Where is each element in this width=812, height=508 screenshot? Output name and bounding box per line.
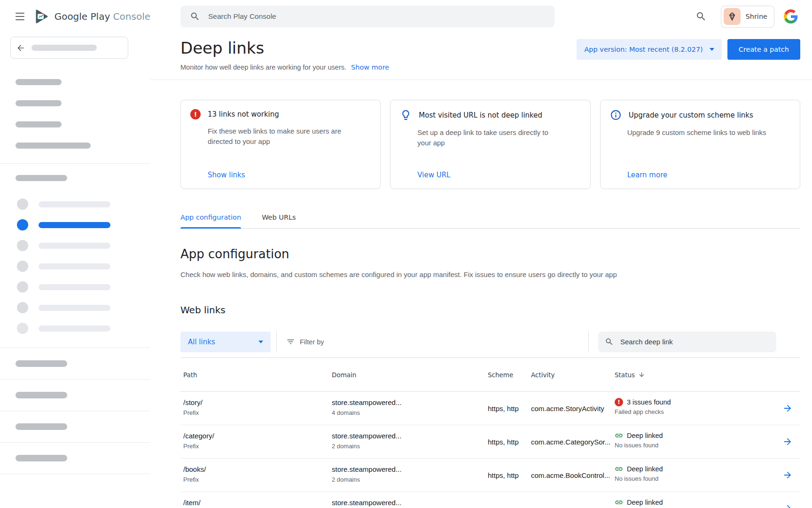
path-value: /category/ — [183, 431, 332, 441]
topbar-left: Google Play Console — [0, 8, 150, 25]
sidebar-nav-item[interactable] — [16, 121, 62, 127]
learn-more-link[interactable]: Learn more — [627, 171, 790, 179]
card-title: Upgrade your custom scheme links — [629, 111, 753, 119]
sidebar-nav-item[interactable] — [16, 100, 62, 106]
app-switcher-chip[interactable]: Shrine — [721, 6, 775, 28]
show-more-link[interactable]: Show more — [351, 64, 389, 71]
column-header-activity[interactable]: Activity — [531, 371, 615, 379]
domain-value: store.steampowered... — [332, 398, 488, 407]
scheme-value: https, http — [488, 471, 531, 479]
row-forward-arrow[interactable] — [782, 503, 800, 508]
topbar: Google Play Console Shrine — [0, 0, 812, 33]
status-value: Deep linked — [627, 432, 663, 439]
sidebar-nav-item[interactable] — [17, 240, 150, 251]
deep-link-search[interactable] — [598, 332, 776, 352]
row-forward-arrow[interactable] — [782, 470, 800, 480]
card-body: Fix these web links to make sure users a… — [208, 126, 353, 147]
info-icon — [610, 109, 622, 121]
back-button[interactable] — [10, 37, 128, 59]
section-title: App configuration — [180, 247, 800, 261]
sidebar-nav-item[interactable] — [17, 281, 150, 293]
table-row[interactable]: /item/ store.steampowered... Deep linked — [180, 492, 800, 508]
google-account-icon[interactable] — [783, 8, 799, 24]
scheme-value: https, http — [488, 438, 531, 446]
sidebar — [0, 33, 150, 508]
create-patch-button[interactable]: Create a patch — [727, 39, 800, 60]
column-header-path[interactable]: Path — [183, 371, 332, 379]
table-row[interactable]: /category/Prefix store.steampowered...2 … — [180, 425, 800, 459]
sidebar-nav-item[interactable] — [17, 261, 150, 272]
play-console-logo-text: Google Play Console — [55, 11, 150, 22]
error-icon — [615, 398, 623, 406]
search-icon — [605, 337, 614, 346]
app-thumbnail — [724, 8, 741, 25]
app-chip-label: Shrine — [746, 13, 768, 20]
deep-link-search-input[interactable] — [619, 337, 770, 346]
status-value: 3 issues found — [627, 398, 671, 406]
sidebar-section-item[interactable] — [0, 443, 150, 474]
sidebar-nav-item[interactable] — [17, 323, 150, 334]
tab-app-configuration[interactable]: App configuration — [180, 207, 241, 228]
column-header-scheme[interactable]: Scheme — [488, 371, 531, 379]
sidebar-section-label — [16, 175, 67, 181]
domain-value: store.steampowered... — [332, 498, 488, 508]
table-row[interactable]: /story/Prefix store.steampowered...4 dom… — [180, 392, 800, 425]
card-links-not-working: 13 links not working Fix these web links… — [180, 100, 381, 189]
card-body: Set up a deep link to take users directl… — [417, 127, 563, 148]
status-value: Deep linked — [627, 499, 663, 506]
path-value: /item/ — [183, 498, 332, 508]
tab-web-urls[interactable]: Web URLs — [262, 207, 296, 228]
web-links-title: Web links — [180, 304, 800, 316]
sort-down-icon — [638, 371, 645, 378]
tab-bar: App configuration Web URLs — [180, 207, 800, 229]
domain-count: 2 domains — [332, 476, 488, 484]
column-header-status[interactable]: Status — [615, 371, 782, 379]
play-console-logo-icon — [33, 8, 50, 25]
filter-icon — [286, 337, 295, 346]
toolbar-divider — [276, 332, 277, 352]
sidebar-nav-item[interactable] — [17, 198, 150, 210]
sidebar-section-item[interactable] — [0, 380, 150, 411]
search-icon — [190, 11, 200, 22]
row-forward-arrow[interactable] — [782, 403, 800, 413]
secondary-search-icon[interactable] — [695, 11, 707, 22]
status-detail: No issues found — [615, 441, 782, 450]
global-search-input[interactable] — [207, 12, 547, 21]
links-filter-select[interactable]: All links — [180, 332, 271, 352]
gem-icon — [727, 11, 737, 22]
sidebar-nav-item[interactable] — [17, 302, 150, 313]
error-icon — [190, 109, 201, 119]
sidebar-divider — [0, 163, 150, 164]
card-most-visited-url: Most visited URL is not deep linked Set … — [390, 100, 590, 189]
page-subtitle: Monitor how well deep links are working … — [180, 64, 389, 71]
table-row[interactable]: /books/Prefix store.steampowered...2 dom… — [180, 459, 800, 492]
table-header: Path Domain Scheme Activity Status — [180, 358, 800, 392]
link-icon — [615, 465, 623, 473]
domain-count: 2 domains — [332, 442, 488, 451]
column-header-domain[interactable]: Domain — [332, 371, 488, 379]
filter-by-control[interactable]: Filter by — [286, 337, 324, 346]
app-version-dropdown[interactable]: App version: Most recent (8.2.027) — [577, 39, 721, 60]
main-content: Deep links Monitor how well deep links a… — [150, 33, 812, 508]
show-links-link[interactable]: Show links — [208, 171, 371, 179]
path-value: /story/ — [183, 398, 332, 407]
sidebar-nav-item[interactable] — [16, 143, 91, 149]
chevron-down-icon — [258, 341, 263, 343]
domain-value: store.steampowered... — [332, 465, 488, 474]
sidebar-nav-item-active[interactable] — [17, 219, 150, 230]
play-console-logo[interactable]: Google Play Console — [33, 8, 150, 25]
path-type: Prefix — [183, 442, 332, 451]
table-toolbar: All links Filter by — [180, 326, 800, 358]
sidebar-nav-item[interactable] — [16, 79, 62, 85]
activity-value: com.acme.BookControl... — [531, 471, 615, 479]
row-forward-arrow[interactable] — [782, 437, 800, 447]
global-search[interactable] — [180, 6, 554, 27]
activity-value: com.acme.StoryActivity — [531, 405, 615, 413]
path-value: /books/ — [183, 465, 332, 474]
sidebar-section-item[interactable] — [0, 411, 150, 443]
card-title: Most visited URL is not deep linked — [419, 111, 542, 119]
view-url-link[interactable]: View URL — [417, 171, 580, 179]
sidebar-section-item[interactable] — [0, 348, 150, 380]
lightbulb-icon — [400, 109, 412, 121]
menu-icon[interactable] — [16, 10, 24, 23]
